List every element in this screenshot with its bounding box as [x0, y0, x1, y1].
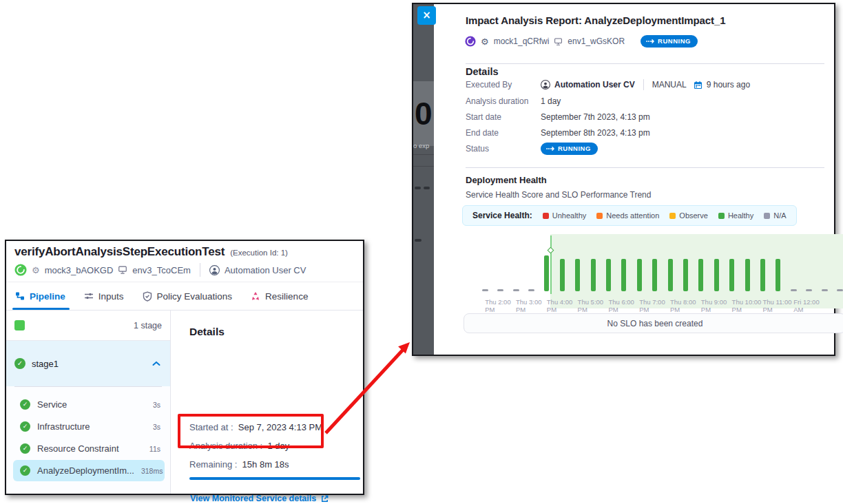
health-bar[interactable] [760, 259, 765, 291]
health-bar[interactable] [575, 259, 580, 291]
close-icon[interactable]: × [417, 6, 436, 25]
tab-pipeline[interactable]: Pipeline [15, 282, 65, 310]
health-bar[interactable] [683, 259, 688, 291]
trigger-type: MANUAL [652, 80, 687, 90]
execution-tabs: PipelineInputsPolicy EvaluationsResilien… [6, 282, 363, 311]
health-bar[interactable] [714, 259, 719, 291]
tab-resilience[interactable]: Resilience [251, 282, 308, 310]
step-duration: 3s [153, 423, 160, 431]
meta-divider [643, 79, 644, 90]
chevron-up-icon[interactable] [152, 361, 160, 366]
resilience-icon [251, 291, 260, 301]
x-tick-label: Fri 12:00 AM [793, 298, 820, 313]
step-duration: 11s [149, 445, 160, 453]
step-list: ✓Service3s✓Infrastructure3s✓Resource Con… [6, 387, 170, 481]
execution-title-row: verifyAbortAnalysisStepExecutionTest (Ex… [14, 245, 288, 259]
tab-label: Pipeline [30, 291, 65, 302]
running-icon [646, 39, 654, 44]
impact-report-panel: 0 o exp × Impact Analysis Report: Analyz… [412, 3, 835, 356]
step-row-1[interactable]: ✓Service3s [13, 394, 165, 415]
environment-icon [554, 37, 563, 46]
health-bar[interactable] [729, 259, 734, 291]
stage-status-square-icon [14, 320, 25, 330]
report-details-heading: Details [466, 66, 499, 77]
service-tag[interactable]: mock3_bAOKGD [45, 265, 114, 275]
stage-name: stage1 [32, 359, 59, 369]
legend-swatch-icon [764, 213, 770, 219]
background-dash [415, 187, 421, 189]
user-icon [209, 265, 220, 275]
stage-success-icon: ✓ [14, 358, 25, 369]
step-row-2[interactable]: ✓Infrastructure3s [13, 416, 165, 437]
x-tick-label: Thu 7:00 PM [639, 298, 665, 313]
stage-row[interactable]: ✓ stage1 [6, 341, 170, 386]
tab-inputs[interactable]: Inputs [84, 282, 124, 310]
step-name: Service [37, 399, 67, 410]
health-bar[interactable] [591, 259, 596, 291]
legend-item-observe: Observe [669, 211, 708, 220]
health-bar[interactable] [637, 259, 642, 291]
stage-summary-row: 1 stage [6, 311, 170, 341]
pipeline-icon [15, 291, 25, 301]
execution-details: Details Started at : Sep 7, 2023 4:13 PM… [171, 311, 363, 494]
executed-by-user: Automation User CV [541, 80, 635, 90]
status-row: Status RUNNING [466, 143, 598, 155]
shield-check-icon [143, 291, 152, 302]
stage-column: 1 stage ✓ stage1 ✓Service3s✓Infrastructu… [6, 311, 171, 494]
legend-swatch-icon [669, 213, 676, 219]
health-bar[interactable] [621, 259, 626, 291]
execution-body: 1 stage ✓ stage1 ✓Service3s✓Infrastructu… [6, 311, 363, 494]
na-marker [513, 289, 519, 292]
health-bar[interactable] [652, 259, 657, 291]
environment-tag[interactable]: env3_TcoCEm [132, 265, 191, 275]
step-row-3[interactable]: ✓Resource Constraint11s [13, 438, 165, 459]
legend-item-needs-attention: Needs attention [596, 211, 659, 220]
executed-by-user: Automation User CV [225, 265, 306, 275]
health-bar[interactable] [776, 259, 780, 291]
step-success-icon: ✓ [20, 421, 30, 432]
na-marker [497, 289, 503, 292]
environment-icon [118, 265, 127, 275]
environment-tag[interactable]: env1_wGsKOR [568, 36, 625, 46]
health-bar[interactable] [606, 259, 611, 291]
background-text-fragment: o exp [413, 142, 434, 149]
meta-divider [200, 263, 200, 277]
background-line [413, 166, 434, 167]
health-bar[interactable] [544, 255, 549, 291]
health-bar[interactable] [560, 259, 565, 291]
step-name: Resource Constraint [37, 443, 119, 454]
health-source-icon [14, 264, 27, 276]
end-date-row: End date September 8th 2023, 4:13 pm [466, 128, 650, 138]
tab-label: Resilience [265, 291, 308, 302]
analysis-start-line [550, 235, 552, 294]
remaining-line: Remaining : 15h 8m 18s [189, 459, 289, 470]
calendar-icon [694, 81, 702, 90]
x-tick-label: Thu 4:00 PM [547, 298, 573, 313]
analysis-duration-line: Analysis duration : 1 day [189, 441, 289, 451]
na-marker [482, 289, 488, 292]
step-duration: 3s [153, 401, 160, 409]
view-monitored-service-link[interactable]: View Monitored Service details [190, 494, 329, 503]
status-badge: RUNNING [541, 143, 598, 155]
health-bar[interactable] [745, 259, 750, 291]
step-success-icon: ✓ [20, 399, 30, 410]
step-row-4[interactable]: ✓AnalyzeDeploymentIm...318ms [13, 460, 165, 481]
monitored-service-icon [465, 36, 476, 47]
executed-time: 9 hours ago [707, 80, 750, 90]
deployment-health-subtitle: Service Health Score and SLO Performance… [466, 190, 651, 200]
deployment-health-heading: Deployment Health [466, 175, 547, 185]
report-meta-row: ⚙ mock1_qCRfwi env1_wGsKOR RUNNING [465, 34, 698, 48]
background-overlay-strip: 0 o exp [413, 4, 434, 355]
health-bar[interactable] [668, 259, 673, 291]
health-bar[interactable] [698, 259, 703, 291]
status-badge: RUNNING [641, 35, 698, 48]
service-tag[interactable]: mock1_qCRfwi [494, 36, 550, 46]
tab-label: Policy Evaluations [157, 291, 233, 302]
x-tick-label: Thu 2:00 PM [485, 298, 511, 313]
stage-count-label: 1 stage [134, 321, 162, 330]
service-gear-icon: ⚙ [481, 37, 489, 46]
legend-swatch-icon [718, 213, 725, 219]
step-name: Infrastructure [37, 421, 90, 432]
tab-policy-evaluations[interactable]: Policy Evaluations [143, 282, 233, 310]
screenshot-canvas: verifyAbortAnalysisStepExecutionTest (Ex… [0, 0, 843, 504]
